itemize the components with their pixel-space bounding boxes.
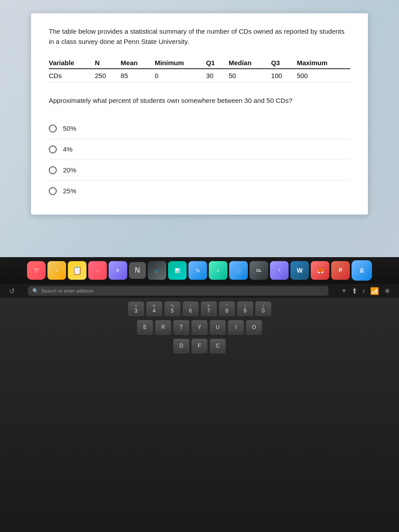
dock-powerpoint[interactable]: P	[331, 261, 350, 280]
add-tab-button[interactable]: +	[342, 287, 346, 295]
keyboard: # 3 $ 4 % 5 ^ 6 & 7 * 8 ( 9 ) 0	[0, 298, 399, 532]
dock-notification[interactable]: N	[129, 262, 146, 279]
dock-chart[interactable]: 📊	[168, 261, 187, 280]
dock-podcast[interactable]: 🎙	[109, 261, 127, 280]
table-cell: 30	[206, 69, 229, 82]
search-icon: 🔍	[32, 288, 39, 294]
dock-word[interactable]: W	[290, 261, 309, 280]
question-text: Approximately what percent of students o…	[49, 96, 350, 106]
refresh-button[interactable]: ↺	[9, 287, 15, 295]
key-9[interactable]: ( 9	[237, 301, 253, 317]
dock: JUN9 ✓ 📋 ♪ 🎙 N 📺 📊 % A ◎ CL T W 🦊 P	[0, 257, 399, 284]
stats-table: Variable N Mean Minimum Q1 Median Q3 Max…	[49, 57, 350, 82]
dock-safari[interactable]: ◎	[229, 261, 248, 280]
key-0[interactable]: ) 0	[255, 301, 271, 317]
key-8[interactable]: * 8	[219, 301, 235, 317]
number-row: # 3 $ 4 % 5 ^ 6 & 7 * 8 ( 9 ) 0	[9, 301, 390, 317]
key-c[interactable]: C	[210, 339, 226, 355]
option-label-2: 20%	[63, 166, 76, 174]
key-3[interactable]: # 3	[128, 301, 144, 317]
option-3[interactable]: 25%	[49, 181, 350, 201]
key-u[interactable]: U	[210, 320, 226, 336]
key-4[interactable]: $ 4	[146, 301, 162, 317]
table-cell: 100	[271, 69, 297, 82]
top-letter-row: E R T Y U I O	[9, 320, 390, 336]
option-label-0: 50%	[63, 125, 76, 132]
dock-translate[interactable]: A	[209, 261, 227, 280]
key-r[interactable]: R	[155, 320, 171, 336]
key-i[interactable]: I	[228, 320, 244, 336]
col-header-q3: Q3	[271, 57, 297, 69]
search-placeholder: Search or enter address	[41, 288, 94, 293]
option-0[interactable]: 50%	[49, 118, 350, 139]
radio-2	[49, 166, 57, 174]
key-e[interactable]: E	[137, 320, 153, 336]
radio-0	[49, 125, 57, 133]
key-f[interactable]: F	[192, 339, 207, 355]
dock-notes[interactable]: 📋	[68, 261, 86, 280]
radio-1	[49, 145, 57, 153]
audio-button[interactable]: 📶	[370, 287, 379, 295]
dock-percent[interactable]: %	[188, 261, 207, 280]
dock-music[interactable]: ♪	[88, 261, 107, 280]
table-cell: 85	[121, 69, 155, 82]
table-cell: 250	[95, 69, 121, 82]
col-header-minimum: Minimum	[155, 57, 206, 69]
back-button[interactable]: ‹	[363, 287, 365, 295]
answer-options: 50%4%20%25%	[49, 118, 350, 201]
key-y[interactable]: Y	[192, 320, 207, 336]
option-1[interactable]: 4%	[49, 139, 350, 160]
content-card: The table below provides a statistical s…	[31, 13, 368, 215]
dock-reminders[interactable]: ✓	[47, 261, 66, 280]
col-header-n: N	[95, 57, 121, 69]
col-header-median: Median	[229, 57, 271, 69]
col-header-maximum: Maximum	[297, 57, 350, 69]
dock-firefox[interactable]: 🦊	[311, 261, 329, 280]
description-text: The table below provides a statistical s…	[49, 27, 350, 47]
touchbar: ↺ 🔍 Search or enter address + ⬆ ‹ 📶 ✳	[0, 284, 399, 298]
laptop-screen: The table below provides a statistical s…	[0, 0, 399, 257]
option-label-1: 4%	[63, 145, 73, 153]
bottom-letter-row: D F C	[9, 339, 390, 355]
address-bar[interactable]: 🔍 Search or enter address	[28, 286, 329, 296]
dock-tv[interactable]: 📺	[148, 261, 166, 280]
dock-teams[interactable]: T	[270, 261, 289, 280]
option-label-3: 25%	[63, 187, 76, 195]
key-7[interactable]: & 7	[201, 301, 217, 317]
table-cell: 500	[297, 69, 350, 82]
key-5[interactable]: % 5	[164, 301, 180, 317]
settings-button[interactable]: ✳	[384, 287, 390, 295]
table-cell: 50	[229, 69, 271, 82]
table-cell: 0	[155, 69, 206, 82]
key-o[interactable]: O	[246, 320, 262, 336]
radio-3	[49, 187, 57, 195]
option-2[interactable]: 20%	[49, 160, 350, 181]
table-row: CDs2508503050100500	[49, 69, 350, 82]
col-header-variable: Variable	[49, 57, 95, 69]
key-t[interactable]: T	[173, 320, 189, 336]
table-cell: CDs	[49, 69, 95, 82]
key-d[interactable]: D	[173, 339, 189, 355]
col-header-mean: Mean	[121, 57, 155, 69]
dock-finder[interactable]: 🖥	[352, 260, 372, 281]
touchbar-controls: + ⬆ ‹ 📶 ✳	[342, 287, 390, 295]
col-header-q1: Q1	[206, 57, 229, 69]
key-6[interactable]: ^ 6	[183, 301, 199, 317]
dock-calendar[interactable]: JUN9	[27, 261, 46, 280]
share-button[interactable]: ⬆	[352, 287, 357, 295]
dock-cl[interactable]: CL	[250, 261, 268, 280]
